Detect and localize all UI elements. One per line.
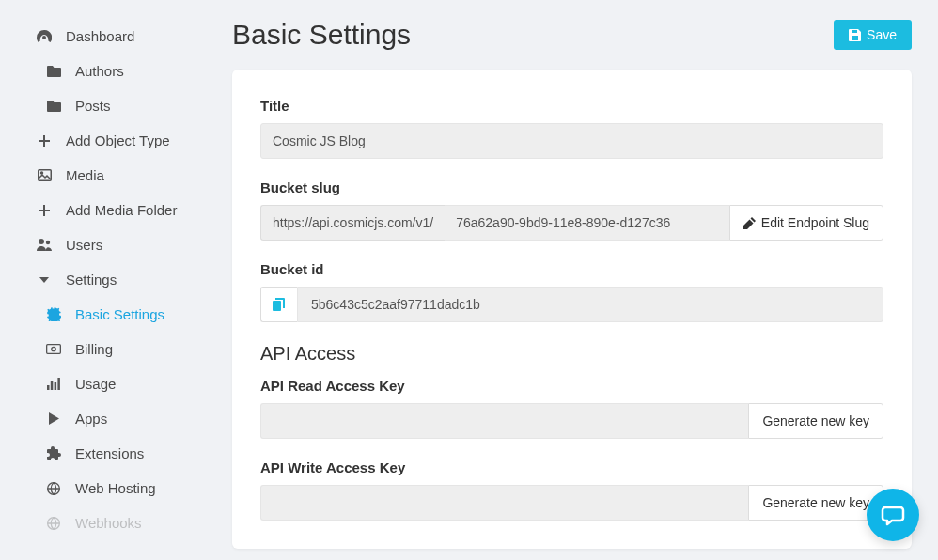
money-icon (45, 344, 62, 354)
api-access-heading: API Access (260, 343, 883, 365)
sidebar-item-web-hosting[interactable]: Web Hosting (0, 471, 211, 506)
svg-point-2 (39, 239, 44, 244)
sidebar-item-billing[interactable]: Billing (0, 332, 211, 366)
bar-chart-icon (45, 378, 62, 390)
sidebar-item-label: Basic Settings (75, 306, 164, 322)
sidebar-item-media[interactable]: Media (0, 158, 211, 193)
svg-rect-12 (273, 301, 281, 311)
caret-down-icon (36, 277, 53, 283)
generate-read-key-button[interactable]: Generate new key (748, 403, 883, 439)
edit-slug-label: Edit Endpoint Slug (761, 215, 869, 230)
plus-icon (36, 135, 53, 147)
sidebar-item-label: Add Media Folder (66, 202, 177, 218)
page-header: Basic Settings Save (232, 19, 912, 51)
svg-rect-4 (47, 345, 61, 354)
plus-icon (36, 205, 53, 216)
image-icon (36, 169, 53, 181)
write-key-group: API Write Access Key Generate new key (260, 459, 883, 521)
title-label: Title (260, 98, 883, 114)
bucket-id-group: Bucket id 5b6c43c5c2aaf97711dadc1b (260, 261, 883, 322)
write-key-input[interactable] (260, 485, 748, 521)
bucket-slug-label: Bucket slug (260, 179, 883, 195)
generate-write-key-button[interactable]: Generate new key (748, 485, 883, 521)
sidebar-item-label: Web Hosting (75, 480, 156, 496)
gear-icon (45, 307, 62, 321)
puzzle-icon (45, 446, 62, 460)
play-icon (45, 412, 62, 425)
sidebar-item-label: Usage (75, 376, 116, 392)
sidebar-item-label: Extensions (75, 445, 144, 461)
read-key-group: API Read Access Key Generate new key (260, 378, 883, 439)
sidebar-item-label: Posts (75, 98, 111, 114)
copy-button[interactable] (260, 287, 297, 322)
edit-icon (743, 217, 756, 229)
sidebar-item-add-object-type[interactable]: Add Object Type (0, 123, 211, 158)
sidebar-item-label: Authors (75, 63, 124, 79)
sidebar-item-usage[interactable]: Usage (0, 366, 211, 401)
svg-rect-9 (57, 378, 60, 390)
svg-point-5 (52, 347, 55, 350)
sidebar-item-extensions[interactable]: Extensions (0, 436, 211, 471)
api-base-prefix: https://api.cosmicjs.com/v1/ (260, 205, 445, 241)
sidebar-item-label: Users (66, 237, 102, 253)
sidebar-item-add-media-folder[interactable]: Add Media Folder (0, 193, 211, 227)
title-input[interactable] (260, 123, 883, 159)
sidebar-item-label: Settings (66, 272, 117, 288)
sidebar-item-authors[interactable]: Authors (0, 54, 211, 88)
read-key-label: API Read Access Key (260, 378, 883, 394)
sidebar-item-basic-settings[interactable]: Basic Settings (0, 297, 211, 332)
sidebar-item-label: Add Object Type (66, 132, 170, 148)
bucket-id-value: 5b6c43c5c2aaf97711dadc1b (297, 287, 883, 322)
sidebar-item-apps[interactable]: Apps (0, 401, 211, 436)
folder-icon (45, 101, 62, 112)
settings-card: Title Bucket slug https://api.cosmicjs.c… (232, 70, 912, 549)
folder-icon (45, 66, 62, 77)
bucket-id-label: Bucket id (260, 261, 883, 277)
write-key-label: API Write Access Key (260, 459, 883, 475)
sidebar-item-dashboard[interactable]: Dashboard (0, 19, 211, 54)
sidebar: Dashboard Authors Posts Add Object Type (0, 0, 211, 560)
main-content: Basic Settings Save Title Bucket slug ht… (211, 0, 938, 560)
chat-widget-button[interactable] (867, 489, 919, 541)
svg-rect-8 (55, 382, 57, 390)
svg-point-1 (40, 172, 42, 174)
bucket-slug-group: Bucket slug https://api.cosmicjs.com/v1/… (260, 179, 883, 241)
sidebar-item-settings[interactable]: Settings (0, 262, 211, 297)
sidebar-item-label: Apps (75, 411, 107, 427)
sidebar-item-label: Webhooks (75, 515, 142, 531)
globe-icon (45, 517, 62, 530)
title-field-group: Title (260, 98, 883, 159)
sidebar-item-label: Media (66, 167, 104, 183)
svg-point-3 (46, 241, 50, 244)
chat-icon (880, 502, 906, 528)
read-key-input[interactable] (260, 403, 748, 439)
edit-endpoint-slug-button[interactable]: Edit Endpoint Slug (729, 205, 883, 241)
globe-icon (45, 482, 62, 495)
svg-rect-0 (38, 170, 51, 181)
svg-rect-7 (51, 381, 54, 390)
save-button[interactable]: Save (834, 20, 912, 50)
slug-value: 76a62a90-9bd9-11e8-890e-d127c36 (445, 205, 729, 241)
users-icon (36, 239, 53, 251)
page-title: Basic Settings (232, 19, 411, 51)
sidebar-item-users[interactable]: Users (0, 227, 211, 262)
sidebar-item-label: Dashboard (66, 28, 134, 44)
dashboard-icon (36, 30, 53, 43)
sidebar-item-posts[interactable]: Posts (0, 88, 211, 123)
save-icon (849, 29, 861, 41)
svg-rect-6 (47, 385, 50, 390)
sidebar-item-webhooks[interactable]: Webhooks (0, 506, 211, 540)
save-button-label: Save (867, 27, 897, 42)
sidebar-item-label: Billing (75, 341, 113, 357)
